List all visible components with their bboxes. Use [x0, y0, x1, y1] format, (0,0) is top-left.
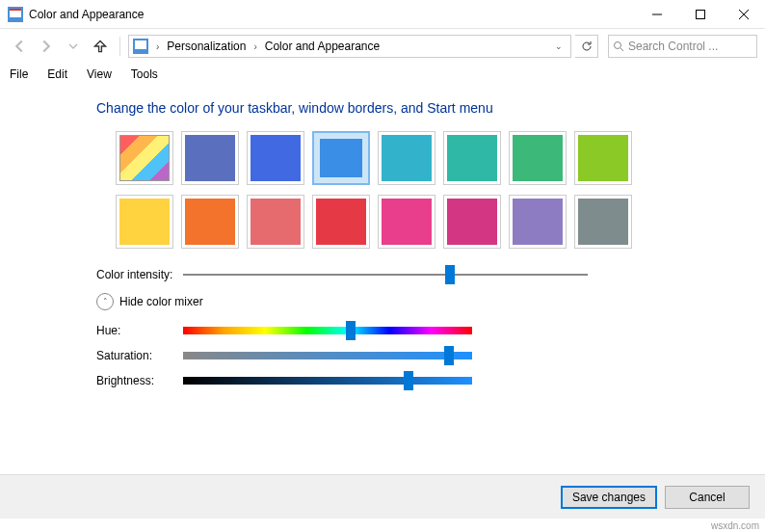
menu-view[interactable]: View [85, 66, 114, 83]
breadcrumb-seg-personalization[interactable]: Personalization [165, 40, 248, 53]
search-input[interactable]: Search Control ... [608, 35, 757, 58]
intensity-slider[interactable] [183, 268, 588, 281]
color-swatch[interactable] [247, 131, 304, 185]
saturation-label: Saturation: [96, 349, 183, 362]
color-swatch-grid [96, 131, 726, 249]
color-swatch[interactable] [509, 131, 567, 185]
hue-slider[interactable] [183, 324, 472, 337]
saturation-slider[interactable] [183, 349, 472, 362]
app-icon [8, 7, 23, 22]
page-heading: Change the color of your taskbar, window… [96, 100, 726, 116]
menu-bar: File Edit View Tools [0, 64, 765, 85]
svg-rect-4 [696, 10, 704, 18]
watermark: wsxdn.com [711, 520, 759, 531]
color-swatch[interactable] [574, 131, 632, 185]
chevron-right-icon[interactable]: › [250, 41, 260, 52]
svg-rect-8 [135, 40, 146, 49]
color-swatch[interactable] [443, 195, 501, 249]
color-swatch[interactable] [116, 131, 173, 185]
separator [119, 37, 120, 56]
brightness-slider[interactable] [183, 374, 472, 387]
color-swatch[interactable] [116, 195, 173, 249]
minimize-button[interactable] [635, 0, 678, 29]
hue-label: Hue: [96, 324, 183, 337]
svg-point-9 [615, 42, 621, 49]
svg-rect-2 [10, 9, 21, 11]
back-button[interactable] [8, 35, 31, 58]
color-swatch[interactable] [181, 195, 239, 249]
color-swatch[interactable] [247, 195, 304, 249]
mixer-label: Hide color mixer [119, 295, 203, 308]
color-swatch[interactable] [574, 195, 632, 249]
footer-bar: Save changes Cancel [0, 474, 765, 519]
breadcrumb-dropdown[interactable]: ⌄ [551, 41, 567, 51]
menu-tools[interactable]: Tools [129, 66, 160, 83]
forward-button[interactable] [35, 35, 58, 58]
menu-file[interactable]: File [8, 66, 30, 83]
color-swatch[interactable] [443, 131, 501, 185]
close-button[interactable] [722, 0, 765, 29]
window-title: Color and Appearance [29, 8, 635, 21]
color-swatch[interactable] [378, 131, 435, 185]
chevron-up-icon: ˄ [96, 293, 114, 310]
breadcrumb-seg-color[interactable]: Color and Appearance [263, 40, 382, 53]
color-swatch[interactable] [181, 131, 239, 185]
cancel-button[interactable]: Cancel [665, 486, 750, 509]
color-mixer-toggle[interactable]: ˄ Hide color mixer [96, 293, 726, 310]
color-swatch[interactable] [378, 195, 435, 249]
maximize-button[interactable] [678, 0, 722, 29]
menu-edit[interactable]: Edit [45, 66, 69, 83]
control-panel-icon [133, 39, 148, 54]
chevron-right-icon[interactable]: › [152, 41, 163, 52]
color-swatch[interactable] [509, 195, 567, 249]
color-swatch[interactable] [312, 131, 370, 185]
recent-dropdown[interactable] [62, 35, 85, 58]
breadcrumb[interactable]: › Personalization › Color and Appearance… [128, 35, 571, 58]
search-placeholder: Search Control ... [628, 40, 718, 53]
brightness-label: Brightness: [96, 374, 183, 387]
svg-line-10 [620, 48, 623, 51]
search-icon [613, 40, 624, 52]
refresh-button[interactable] [575, 35, 598, 58]
color-swatch[interactable] [312, 195, 370, 249]
up-button[interactable] [89, 35, 112, 58]
save-button[interactable]: Save changes [561, 486, 657, 509]
intensity-label: Color intensity: [96, 268, 183, 281]
